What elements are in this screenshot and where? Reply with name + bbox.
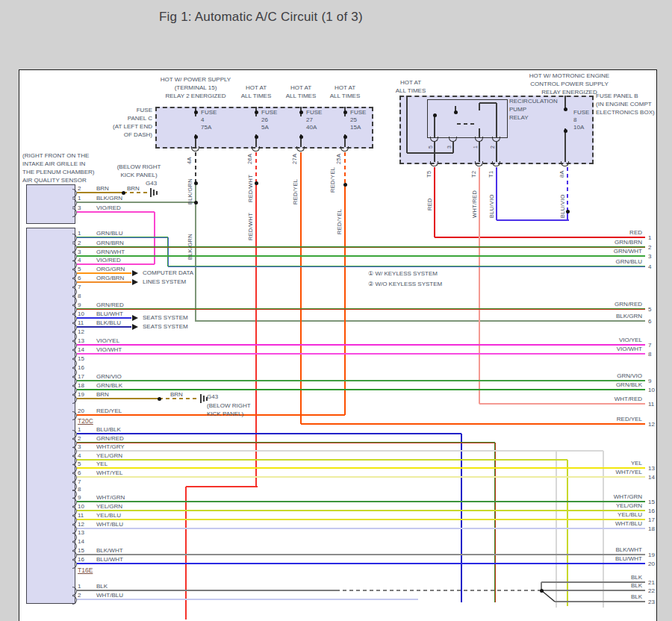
system-label: SEATS SYSTEM [143, 314, 188, 322]
ground-name: G43 [146, 180, 157, 187]
wire-label: ORG/GRN [96, 266, 125, 273]
pin-number: 20 [78, 408, 84, 415]
wire-whtblu [77, 599, 418, 600]
wire-brn [77, 398, 159, 399]
wire-label: YEL [96, 461, 108, 468]
right-pin-number: 20 [648, 561, 655, 568]
fuse-name: FUSE [350, 109, 366, 116]
relay-pin-number: 3 [447, 140, 452, 149]
pin-number: 4 [78, 452, 81, 460]
fuse-name: FUSE [261, 109, 277, 116]
fuse-header: HOT W/ POWER SUPPLY [136, 76, 255, 84]
pin-number: 7 [78, 478, 81, 486]
system-arrow-icon [132, 324, 138, 330]
ground-wire-label: BRN [170, 391, 183, 399]
wire-viowht [77, 353, 645, 355]
junction-dot [564, 129, 567, 133]
right-pin-number: 17 [648, 517, 655, 524]
right-pin-number: 8 [648, 351, 651, 358]
wire-label: YEL/GRN [96, 503, 122, 511]
wire-grnred [77, 308, 645, 310]
system-arrow-icon [132, 279, 138, 285]
wire-whtred [479, 403, 645, 405]
keyless-note: ① W/ KEYLESS SYSTEM [368, 270, 438, 278]
pin-number: 6 [78, 469, 81, 477]
vertical-wire-label: RED/WHT [247, 165, 254, 202]
wire-label: BLK [96, 583, 108, 590]
recirculation-pump-relay-label: RECIRCULATION [509, 98, 558, 105]
wire-label: GRN/RED [96, 302, 124, 309]
ground-location: (BELOW RIGHT [207, 402, 251, 410]
right-pin-number: 1 [648, 234, 651, 242]
pin-number: 13 [78, 337, 84, 345]
right-wire-label: RED/YEL [523, 416, 642, 423]
pin-number: 9 [78, 302, 81, 309]
vertical-wire-label: WHT/RED [471, 179, 478, 218]
fuse-amp: 40A [306, 124, 317, 131]
main-connector-box [26, 228, 75, 604]
ground-location: (BELOW RIGHT [109, 163, 169, 171]
pin-number: 10 [78, 503, 84, 511]
right-wire-label: WHT/RED [523, 396, 642, 403]
junction-dot [194, 110, 198, 114]
junction-dot [255, 181, 258, 185]
fuse-panel-b-label: ELECTRONICS BOX) [596, 109, 655, 116]
wire-redwht [255, 183, 257, 487]
right-pin-number: 2 [648, 244, 651, 252]
right-pin-number: 12 [648, 421, 655, 428]
g43-top-ground-icon [153, 190, 155, 196]
wire-label: VIO/YEL [96, 337, 119, 345]
fuse-panel-b-label: FUSE PANEL B [596, 93, 638, 100]
fuse-number: 26 [261, 116, 268, 124]
hot-at-all-times-header: ALL TIMES [377, 87, 444, 95]
system-label: COMPUTER DATA [143, 269, 193, 277]
wire-blkgrn [77, 202, 196, 203]
right-wire-label: BLK/WHT [523, 546, 642, 554]
pin-number: 5 [78, 266, 81, 273]
fuse-name: FUSE [201, 109, 217, 116]
fuse-number: 27 [306, 116, 313, 124]
fuse-amp: 75A [201, 124, 211, 131]
pin-number: 2 [78, 435, 81, 443]
pin-number: 3 [78, 249, 81, 256]
pin-number: 8 [78, 486, 81, 493]
pin-number: 18 [78, 382, 84, 390]
junction-dot [194, 201, 198, 205]
wire-blk [541, 590, 645, 591]
right-pin-number: 7 [648, 342, 651, 349]
right-wire-label: GRN/BRN [523, 239, 642, 246]
pin-number: 2 [78, 240, 81, 247]
motronic-header: CONTROL POWER SUPPLY [478, 81, 661, 88]
fuse-panel-b-label: (IN ENGINE COMPT [596, 101, 652, 108]
vertical-wire-label: RED/WHT [247, 206, 254, 240]
right-wire-label: GRN/BLK [523, 381, 642, 389]
junction-dot [343, 110, 347, 114]
pin-number: 1 [78, 195, 81, 202]
wire-blk [336, 590, 541, 591]
wire-grnblk [77, 389, 645, 390]
right-wire-label: WHT/YEL [523, 469, 642, 476]
right-wire-label: BLK/GRN [523, 313, 642, 320]
wire-whtgry [77, 450, 603, 452]
wire-blkgrn [196, 320, 645, 322]
fuse-panel-c-label: OF DASH) [96, 131, 152, 139]
air-quality-sensor-label: THE PLENUM CHAMBER) [22, 169, 94, 176]
pin-number: 16 [78, 364, 84, 372]
vertical-wire-label: BLU/VIO [488, 179, 495, 218]
right-pin-number: 5 [648, 306, 651, 313]
wire-label: BLU/WHT [96, 556, 123, 564]
panel-out-pin-label: T1 [488, 165, 494, 178]
fuse8-amp: 10A [573, 124, 584, 131]
wire-stem [434, 116, 435, 137]
wire-bluvio [496, 167, 497, 220]
wire-stem [434, 141, 435, 162]
junction-dot [566, 210, 570, 213]
wire-label: BLK/BLU [96, 319, 121, 327]
right-wire-label: VIO/YEL [523, 337, 642, 344]
right-wire-label: BLU/WHT [523, 555, 642, 563]
ground-location: KICK PANEL) [109, 172, 169, 179]
pin-number: 3 [78, 205, 81, 212]
wire-stem [452, 142, 454, 153]
fuse-out-pin-label: 27A [291, 149, 298, 164]
vertical-wire-label: RED/YEL [329, 158, 336, 193]
